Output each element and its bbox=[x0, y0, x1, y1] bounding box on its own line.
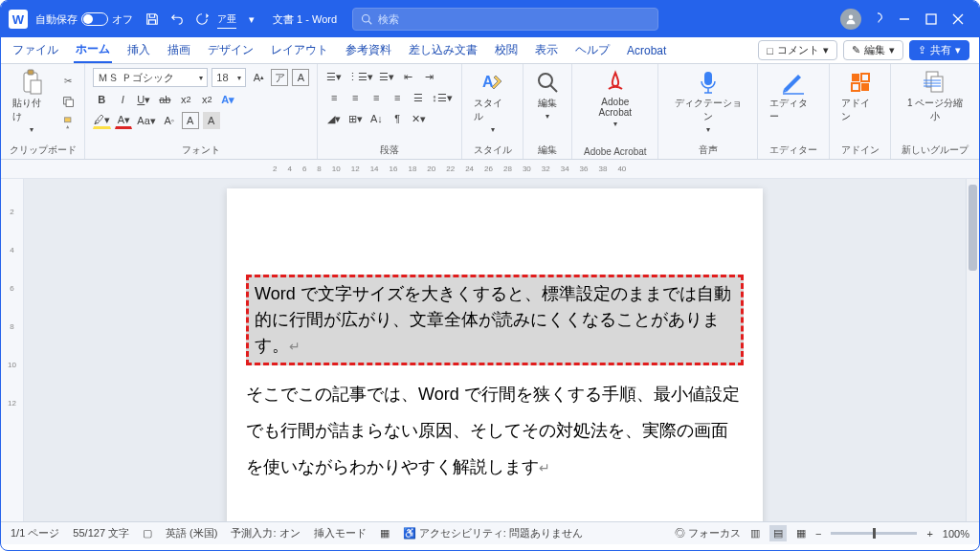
paragraph-2[interactable]: そこでこの記事では、Word で行間を狭くする手順、最小値設定でも行間が詰まらな… bbox=[246, 377, 744, 485]
multilevel-icon[interactable]: ☰▾ bbox=[378, 68, 395, 85]
font-name-select[interactable]: ＭＳ Ｐゴシック▾ bbox=[93, 68, 208, 87]
status-insert[interactable]: 挿入モード bbox=[314, 526, 367, 540]
font-quick-icon[interactable]: ア亜 bbox=[217, 10, 236, 29]
tab-file[interactable]: ファイル bbox=[11, 38, 60, 62]
shading-icon[interactable]: ◢▾ bbox=[325, 110, 343, 127]
strike-button[interactable]: ab bbox=[156, 91, 173, 108]
tab-home[interactable]: ホーム bbox=[74, 37, 112, 63]
status-predict[interactable]: 予測入力: オン bbox=[231, 526, 300, 540]
close-button[interactable] bbox=[945, 6, 971, 33]
status-language[interactable]: 英語 (米国) bbox=[166, 526, 217, 540]
sort-icon[interactable]: A↓ bbox=[368, 110, 385, 127]
comments-button[interactable]: □ コメント ▾ bbox=[758, 40, 837, 60]
tab-acrobat[interactable]: Acrobat bbox=[625, 40, 668, 61]
char-border-icon[interactable]: A bbox=[182, 112, 199, 129]
font-color-icon[interactable]: A▾ bbox=[115, 112, 132, 129]
zoom-slider[interactable] bbox=[831, 532, 917, 535]
line-spacing-icon[interactable]: ↕☰▾ bbox=[431, 89, 454, 106]
addin-button[interactable]: アドイン bbox=[837, 68, 883, 125]
change-case-icon[interactable]: Aa▾ bbox=[136, 112, 156, 129]
indent-inc-icon[interactable]: ⇥ bbox=[420, 68, 437, 85]
zoom-in-button[interactable]: + bbox=[926, 528, 932, 540]
align-left-icon[interactable]: ≡ bbox=[325, 89, 343, 106]
vertical-ruler[interactable]: 24681012 bbox=[1, 179, 24, 521]
focus-mode-button[interactable]: ◎ フォーカス bbox=[675, 526, 741, 540]
tab-help[interactable]: ヘルプ bbox=[573, 38, 612, 62]
text-effects-icon[interactable]: A▾ bbox=[219, 91, 236, 108]
distribute-icon[interactable]: ☰ bbox=[410, 89, 427, 106]
help-button[interactable] bbox=[864, 6, 891, 33]
align-center-icon[interactable]: ≡ bbox=[346, 89, 364, 106]
autosave-toggle[interactable]: 自動保存 オフ bbox=[35, 12, 133, 27]
styles-button[interactable]: Aスタイル▾ bbox=[470, 68, 516, 136]
bullets-icon[interactable]: ☰▾ bbox=[325, 68, 343, 85]
save-icon[interactable] bbox=[143, 10, 162, 29]
addin-icon bbox=[848, 70, 873, 95]
status-spell-icon[interactable]: ▢ bbox=[143, 527, 152, 540]
tab-insert[interactable]: 挿入 bbox=[125, 38, 152, 62]
highlight-icon[interactable]: 🖊▾ bbox=[93, 112, 111, 129]
tab-view[interactable]: 表示 bbox=[533, 38, 560, 62]
status-macro-icon[interactable]: ▦ bbox=[380, 527, 390, 540]
tab-draw[interactable]: 描画 bbox=[166, 38, 192, 62]
tab-review[interactable]: 校閲 bbox=[493, 38, 520, 62]
group-paragraph: ☰▾ ⋮☰▾ ☰▾ ⇤ ⇥ ≡ ≡ ≡ ≡ ☰ ↕☰▾ ◢▾ ⊞▾ A↓ ¶ ✕… bbox=[318, 64, 462, 159]
view-web-icon[interactable]: ▦ bbox=[796, 527, 806, 540]
status-page[interactable]: 1/1 ページ bbox=[11, 526, 59, 540]
view-print-icon[interactable]: ▤ bbox=[769, 525, 787, 541]
align-right-icon[interactable]: ≡ bbox=[368, 89, 385, 106]
share-button[interactable]: ⇪ 共有 ▾ bbox=[909, 40, 969, 60]
char-scale-icon[interactable]: A◦ bbox=[161, 112, 178, 129]
tab-mailings[interactable]: 差し込み文書 bbox=[407, 38, 479, 62]
dictation-button[interactable]: ディクテーション▾ bbox=[666, 68, 749, 136]
editor-button[interactable]: エディター bbox=[766, 68, 820, 125]
shrink-page-button[interactable]: 1 ページ分縮小 bbox=[899, 68, 971, 125]
show-marks-icon[interactable]: ¶ bbox=[389, 110, 406, 127]
tab-layout[interactable]: レイアウト bbox=[269, 38, 330, 62]
view-read-icon[interactable]: ▥ bbox=[750, 527, 760, 540]
vertical-scrollbar[interactable] bbox=[966, 179, 979, 521]
bold-button[interactable]: B bbox=[93, 91, 110, 108]
qat-dropdown-icon[interactable]: ▾ bbox=[242, 10, 261, 29]
editing-button[interactable]: 編集▾ bbox=[531, 68, 564, 122]
status-a11y[interactable]: ♿ アクセシビリティ: 問題ありません bbox=[403, 526, 583, 540]
tab-references[interactable]: 参考資料 bbox=[344, 38, 393, 62]
align-justify-icon[interactable]: ≡ bbox=[389, 89, 406, 106]
copy-icon[interactable] bbox=[59, 93, 77, 110]
asian-layout-icon[interactable]: ✕▾ bbox=[410, 110, 427, 127]
phonetic-icon[interactable]: ア bbox=[271, 69, 288, 86]
account-button[interactable] bbox=[837, 6, 864, 33]
status-words[interactable]: 55/127 文字 bbox=[73, 526, 129, 540]
grow-font-icon[interactable]: A▴ bbox=[250, 69, 267, 86]
horizontal-ruler[interactable]: 246810121416182022242628303234363840 bbox=[1, 160, 979, 179]
paste-button[interactable]: 貼り付け ▾ bbox=[9, 68, 54, 136]
zoom-level[interactable]: 100% bbox=[943, 528, 969, 540]
scrollbar-thumb[interactable] bbox=[969, 185, 977, 271]
font-size-select[interactable]: 18▾ bbox=[212, 68, 246, 87]
editing-mode-button[interactable]: ✎ 編集 ▾ bbox=[843, 40, 903, 60]
zoom-out-button[interactable]: − bbox=[815, 528, 821, 540]
paragraph-1[interactable]: Word で文字サイズを大きくすると、標準設定のままでは自動的に行間が広がり、文… bbox=[255, 281, 735, 359]
svg-rect-21 bbox=[931, 77, 943, 92]
borders-icon[interactable]: ⊞▾ bbox=[346, 110, 364, 127]
subscript-button[interactable]: x2 bbox=[177, 91, 194, 108]
search-box[interactable]: 検索 bbox=[352, 8, 658, 31]
superscript-button[interactable]: x2 bbox=[198, 91, 215, 108]
char-shade-icon[interactable]: A bbox=[203, 112, 220, 129]
redo-icon[interactable] bbox=[192, 10, 212, 29]
document-canvas[interactable]: Word で文字サイズを大きくすると、標準設定のままでは自動的に行間が広がり、文… bbox=[24, 179, 966, 521]
format-painter-icon[interactable] bbox=[59, 114, 77, 131]
cut-icon[interactable]: ✂ bbox=[59, 72, 77, 89]
svg-rect-18 bbox=[852, 83, 859, 91]
tab-design[interactable]: デザイン bbox=[206, 38, 256, 62]
undo-icon[interactable] bbox=[167, 10, 187, 29]
acrobat-button[interactable]: Adobe Acrobat▾ bbox=[580, 68, 650, 130]
enclose-char-icon[interactable]: A bbox=[292, 69, 309, 86]
minimize-button[interactable] bbox=[891, 6, 918, 33]
underline-button[interactable]: U ▾ bbox=[135, 91, 152, 108]
numbering-icon[interactable]: ⋮☰▾ bbox=[346, 68, 374, 85]
document-title: 文書 1 - Word bbox=[273, 12, 337, 27]
maximize-button[interactable] bbox=[918, 6, 945, 33]
indent-dec-icon[interactable]: ⇤ bbox=[399, 68, 416, 85]
italic-button[interactable]: I bbox=[114, 91, 131, 108]
